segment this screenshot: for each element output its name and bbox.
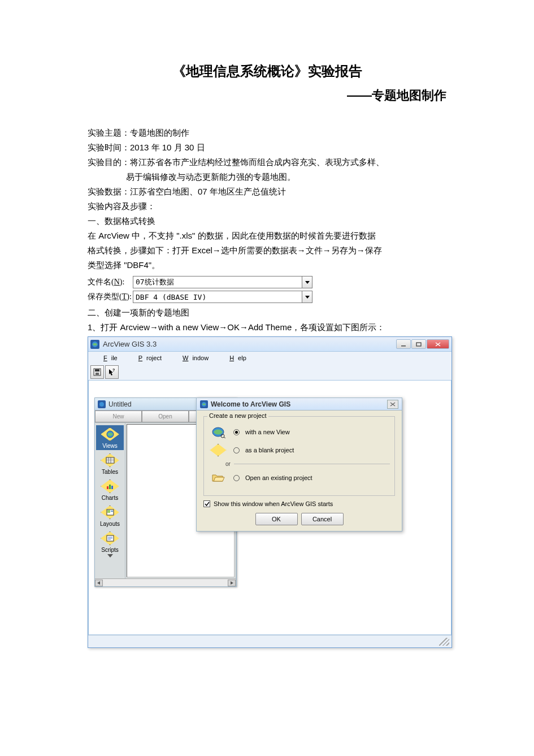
create-project-legend: Create a new project [207, 412, 268, 419]
welcome-dialog: Welcome to ArcView GIS Create a new proj… [196, 398, 402, 532]
filename-label: 文件名(N): [88, 277, 133, 287]
radio-open[interactable] [233, 475, 240, 481]
line-subject: 实验主题：专题地图的制作 [88, 126, 446, 140]
doc-body: 实验主题：专题地图的制作 实验时间：2013 年 10 月 30 日 实验目的：… [88, 126, 446, 273]
menu-window[interactable]: Window [171, 353, 216, 362]
open-folder-icon [209, 470, 228, 485]
welcome-app-icon [200, 400, 208, 408]
cancel-button[interactable]: Cancel [301, 513, 344, 525]
welcome-title-text: Welcome to ArcView GIS [211, 400, 387, 408]
line-goal-a: 实验目的：将江苏省各市产业结构经过整饰而组合成内容充实、表现方式多样、 [88, 155, 446, 170]
para-1a: 在 ArcView 中，不支持 ".xls" 的数据，因此在使用数据的时候首先要… [88, 228, 446, 243]
docicon-scripts[interactable]: Scripts [96, 529, 124, 559]
filename-row: 文件名(N): 07统计数据 [88, 276, 446, 288]
svg-rect-5 [95, 373, 99, 375]
minimize-button[interactable] [396, 339, 411, 349]
svg-rect-12 [107, 486, 108, 489]
arcview-title-text: ArcView GIS 3.3 [103, 340, 396, 348]
option-new-view-label: with a new View [245, 429, 290, 435]
show-on-start-row[interactable]: Show this window when ArcView GIS starts [203, 500, 395, 507]
close-button[interactable] [427, 339, 449, 349]
line-data: 实验数据：江苏省空白地图、07 年地区生产总值统计 [88, 184, 446, 199]
svg-rect-11 [106, 457, 114, 463]
savetype-dropdown[interactable] [302, 291, 312, 303]
option-blank-row[interactable]: as a blank project [209, 443, 390, 457]
svg-point-7 [99, 402, 104, 407]
docicon-scripts-label: Scripts [101, 547, 119, 553]
docicon-layouts[interactable]: Layouts [96, 503, 124, 528]
docicon-views[interactable]: Views [96, 425, 124, 450]
docicon-views-label: Views [102, 443, 118, 449]
svg-rect-17 [111, 511, 113, 512]
welcome-body: Create a new project with a new View [197, 411, 402, 531]
line-goal-b: 易于编辑修改与动态更新能力强的专题地图。 [88, 170, 446, 184]
para-1b: 格式转换，步骤如下：打开 Excel→选中所需要的数据表→文件→另存为→保存 [88, 243, 446, 258]
arcview-menubar: File Project Window Help [88, 352, 451, 364]
menu-project[interactable]: Project [127, 353, 170, 362]
menu-help[interactable]: Help [218, 353, 254, 362]
welcome-titlebar: Welcome to ArcView GIS [197, 398, 402, 411]
doc-title: 《地理信息系统概论》实验报告 [88, 62, 446, 80]
option-new-view-row[interactable]: with a new View [209, 425, 390, 439]
radio-blank[interactable] [233, 447, 240, 453]
section-1-heading: 一、数据格式转换 [88, 214, 446, 228]
para-1c: 类型选择 "DBF4"。 [88, 258, 446, 273]
arcview-toolbar: ? [88, 364, 451, 381]
project-window-title: Untitled [108, 400, 132, 408]
svg-rect-4 [95, 369, 99, 371]
savetype-label: 保存类型(T): [88, 292, 133, 302]
globe-icon [209, 425, 228, 439]
svg-rect-2 [416, 343, 421, 346]
project-scrollbar[interactable] [95, 578, 236, 586]
blank-project-icon [209, 443, 228, 457]
line-steps: 实验内容及步骤： [88, 199, 446, 214]
project-open-button[interactable]: Open [142, 411, 189, 422]
option-blank-label: as a blank project [245, 447, 294, 453]
line-date: 实验时间：2013 年 10 月 30 日 [88, 140, 446, 155]
window-controls [396, 339, 449, 349]
option-open-label: Open an existing project [245, 474, 312, 481]
welcome-close-button[interactable] [387, 400, 398, 409]
docicon-layouts-label: Layouts [100, 521, 120, 527]
arcview-mdi-client: Untitled New Open Add [88, 381, 451, 635]
doc-body-2: 二、创建一项新的专题地图 1、打开 Arcview→with a new Vie… [88, 305, 446, 335]
svg-rect-14 [111, 486, 113, 489]
scroll-right-icon[interactable] [228, 580, 236, 586]
show-on-start-checkbox[interactable] [203, 500, 210, 507]
menu-file[interactable]: File [92, 353, 125, 362]
project-new-button[interactable]: New [95, 411, 142, 422]
separator-line [234, 464, 390, 464]
ok-button[interactable]: OK [255, 513, 298, 525]
create-project-fieldset: Create a new project with a new View [203, 416, 395, 496]
resize-grip-icon[interactable] [439, 638, 449, 646]
docicon-tables-label: Tables [102, 469, 118, 475]
doc-subtitle: ——专题地图制作 [88, 87, 446, 104]
radio-new-view[interactable] [233, 429, 240, 435]
docicon-charts-label: Charts [102, 495, 118, 501]
docicon-charts[interactable]: Charts [96, 477, 124, 502]
arcview-statusbar [88, 635, 451, 647]
filename-dropdown[interactable] [302, 276, 312, 288]
chevron-down-icon [107, 554, 113, 558]
arcview-app-icon [90, 340, 99, 349]
docicon-tables[interactable]: Tables [96, 451, 124, 476]
svg-rect-13 [109, 485, 111, 489]
arcview-titlebar: ArcView GIS 3.3 [88, 337, 451, 352]
scroll-left-icon[interactable] [95, 580, 103, 586]
svg-rect-1 [401, 345, 406, 347]
arcview-window: ArcView GIS 3.3 File Project Window Help… [88, 336, 452, 648]
save-as-panel: 文件名(N): 07统计数据 保存类型(T): DBF 4 (dBASE IV) [88, 276, 446, 303]
para-2: 1、打开 Arcview→with a new View→OK→Add Them… [88, 320, 446, 335]
option-open-row[interactable]: Open an existing project [209, 470, 390, 485]
savetype-input[interactable]: DBF 4 (dBASE IV) [133, 291, 302, 303]
savetype-row: 保存类型(T): DBF 4 (dBASE IV) [88, 291, 446, 303]
help-pointer-tool-icon[interactable]: ? [105, 365, 119, 379]
save-tool-icon[interactable] [90, 365, 104, 379]
welcome-dialog-buttons: OK Cancel [203, 513, 395, 525]
filename-input[interactable]: 07统计数据 [133, 276, 302, 288]
project-window-icon [98, 400, 106, 408]
show-on-start-label: Show this window when ArcView GIS starts [214, 500, 333, 507]
svg-rect-16 [107, 510, 110, 513]
section-2-heading: 二、创建一项新的专题地图 [88, 305, 446, 320]
maximize-button[interactable] [411, 339, 426, 349]
